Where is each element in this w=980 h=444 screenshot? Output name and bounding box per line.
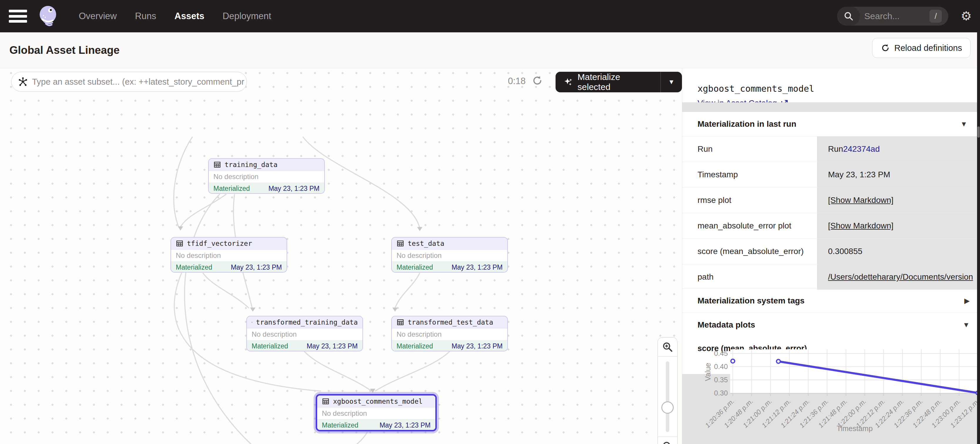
asset-materialization-time[interactable]: May 23, 1:23 PM: [231, 263, 282, 271]
table-icon: [213, 161, 221, 169]
asset-status-badge: Materialized: [396, 342, 433, 350]
asset-node-description: No description: [392, 328, 508, 340]
asset-node-header: xgboost_comments_model: [317, 395, 435, 407]
section-label: Materialization system tags: [697, 296, 805, 306]
edge-arrowhead: [392, 307, 398, 312]
metadata-value[interactable]: [Show Markdown]: [817, 188, 980, 213]
asset-node-header: test_data: [392, 237, 508, 250]
asset-node-test-data[interactable]: test_dataNo descriptionMaterializedMay 2…: [391, 237, 508, 272]
asset-materialization-time[interactable]: May 23, 1:23 PM: [452, 342, 503, 350]
search-placeholder: Search...: [864, 11, 929, 21]
section-materialization-in-last-run[interactable]: Materialization in last run ▼: [682, 112, 980, 136]
asset-title: xgboost_comments_model: [697, 83, 980, 94]
metadata-row-Timestamp: TimestampMay 23, 1:23 PM: [682, 162, 980, 187]
asset-status-badge: Materialized: [176, 263, 212, 271]
nav-item-runs[interactable]: Runs: [135, 11, 156, 21]
hamburger-menu-icon[interactable]: [9, 10, 27, 23]
svg-text:Value: Value: [704, 363, 712, 381]
metadata-value: May 23, 1:23 PM: [817, 162, 980, 187]
asset-node-transformed-training-data[interactable]: transformed_training_dataNo descriptionM…: [246, 316, 363, 352]
asset-materialization-time[interactable]: May 23, 1:23 PM: [379, 421, 431, 429]
search-icon: [837, 7, 860, 25]
asset-graph-pane: 0:18 Materialize selected ▼ training_dat…: [0, 68, 682, 444]
chevron-down-icon[interactable]: ▼: [960, 120, 967, 128]
section-metadata-plots[interactable]: Metadata plots ▼: [682, 313, 980, 337]
asset-node-header: training_data: [209, 159, 324, 171]
edge-arrowhead: [417, 227, 422, 231]
asset-node-header: transformed_test_data: [392, 317, 508, 328]
asset-node-tfidf-vectorizer[interactable]: tfidf_vectorizerNo descriptionMaterializ…: [170, 237, 287, 272]
lineage-edge: [180, 194, 226, 227]
asset-node-footer: MaterializedMay 23, 1:23 PM: [247, 340, 363, 352]
asset-node-footer: MaterializedMay 23, 1:23 PM: [392, 340, 508, 352]
nav-item-deployment[interactable]: Deployment: [223, 11, 271, 21]
asset-node-name: test_data: [408, 240, 444, 247]
asset-filter-input[interactable]: [32, 77, 247, 87]
asset-node-description: No description: [171, 250, 286, 261]
asset-filter-field[interactable]: [11, 72, 247, 92]
asset-node-description: No description: [317, 407, 435, 419]
zoom-slider-thumb[interactable]: [661, 401, 674, 414]
lineage-edge: [203, 273, 249, 308]
refresh-icon[interactable]: [531, 75, 543, 86]
section-label: Metadata plots: [697, 320, 755, 329]
asset-node-footer: MaterializedMay 23, 1:23 PM: [317, 419, 435, 431]
chevron-right-icon[interactable]: ▶: [964, 297, 970, 305]
svg-text:0.45: 0.45: [714, 349, 728, 357]
dagster-logo[interactable]: [38, 6, 57, 27]
asset-node-name: transformed_training_data: [256, 318, 358, 326]
metadata-key: mean_absolute_error plot: [682, 213, 817, 239]
asset-node-footer: MaterializedMay 23, 1:23 PM: [392, 261, 508, 272]
metadata-value[interactable]: /Users/odetteharary/Documents/version: [817, 264, 980, 290]
asset-node-footer: MaterializedMay 23, 1:23 PM: [209, 183, 324, 194]
metadata-value[interactable]: Run 242374ad: [817, 137, 980, 162]
edge-arrowhead: [178, 226, 183, 231]
window-scrollbar-thumb[interactable]: [977, 126, 980, 138]
asset-node-footer: MaterializedMay 23, 1:23 PM: [171, 261, 286, 272]
metadata-row-Run: RunRun 242374ad: [682, 136, 980, 162]
metadata-value: 0.300855: [817, 239, 980, 264]
asset-materialization-time[interactable]: May 23, 1:23 PM: [268, 185, 320, 193]
zoom-slider-track[interactable]: [666, 361, 669, 432]
asset-node-transformed-test-data[interactable]: transformed_test_dataNo descriptionMater…: [391, 316, 508, 352]
materialize-dropdown-caret[interactable]: ▼: [660, 72, 682, 92]
top-nav: OverviewRunsAssetsDeployment Search... /…: [0, 0, 980, 32]
materialize-sparkle-icon: [563, 77, 573, 88]
nav-item-overview[interactable]: Overview: [79, 11, 117, 21]
asset-node-xgboost-comments-model[interactable]: xgboost_comments_modelNo descriptionMate…: [316, 394, 437, 431]
asset-selector-icon: [18, 77, 28, 87]
run-id-link[interactable]: 242374ad: [843, 144, 880, 154]
chevron-down-icon[interactable]: ▼: [963, 321, 970, 329]
lineage-edge: [174, 137, 192, 227]
svg-text:0.30: 0.30: [714, 389, 728, 397]
zoom-in-button[interactable]: [658, 337, 677, 356]
metadata-key: path: [682, 264, 817, 290]
lineage-edge: [395, 273, 420, 308]
metadata-row-score-mean-absolute-error-: score (mean_absolute_error)0.300855: [682, 239, 980, 264]
window-scrollbar[interactable]: [977, 32, 980, 444]
asset-status-badge: Materialized: [213, 185, 250, 193]
page-header: Global Asset Lineage Reload definitions: [0, 32, 980, 68]
section-materialization-system-tags[interactable]: Materialization system tags ▶: [682, 288, 980, 313]
metadata-key: Timestamp: [682, 162, 817, 187]
zoom-out-button[interactable]: [658, 437, 677, 444]
metadata-row-mean-absolute-error-plot: mean_absolute_error plot[Show Markdown]: [682, 213, 980, 239]
asset-status-badge: Materialized: [251, 342, 288, 350]
asset-materialization-time[interactable]: May 23, 1:23 PM: [452, 263, 503, 271]
gear-icon[interactable]: ⚙: [961, 10, 972, 22]
metadata-table: RunRun 242374adTimestampMay 23, 1:23 PMr…: [682, 136, 980, 290]
table-icon: [396, 240, 404, 247]
asset-status-badge: Materialized: [322, 421, 358, 429]
lineage-edge: [304, 352, 372, 391]
asset-materialization-time[interactable]: May 23, 1:23 PM: [307, 342, 358, 350]
asset-node-training-data[interactable]: training_dataNo descriptionMaterializedM…: [208, 158, 325, 194]
zoom-slider[interactable]: [658, 356, 677, 437]
metadata-key: Run: [682, 137, 817, 162]
reload-definitions-button[interactable]: Reload definitions: [872, 38, 970, 58]
nav-item-assets[interactable]: Assets: [175, 11, 205, 21]
metadata-value[interactable]: [Show Markdown]: [817, 213, 980, 239]
asset-node-name: transformed_test_data: [408, 318, 493, 326]
search-input[interactable]: Search... /: [837, 7, 948, 25]
panel-divider-band: [682, 102, 980, 112]
materialize-selected-button[interactable]: Materialize selected ▼: [555, 72, 682, 92]
